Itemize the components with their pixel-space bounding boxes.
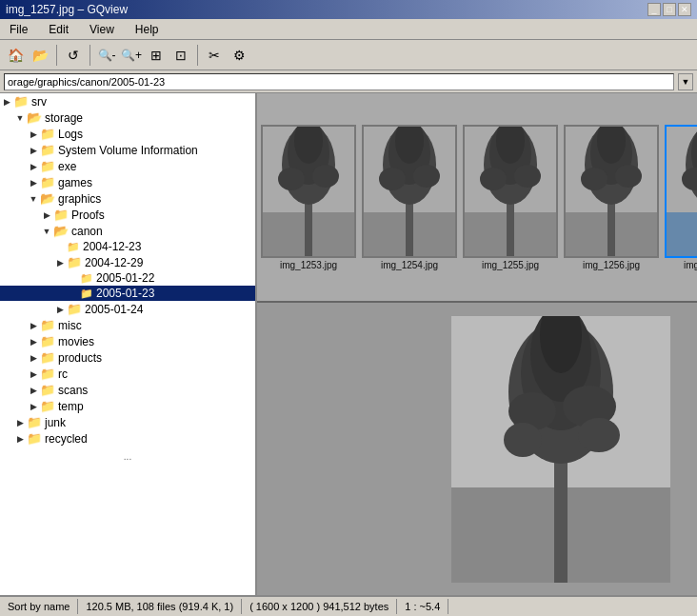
expand-arrow-exe[interactable]: ▶ [27, 162, 40, 171]
zoom-out-btn[interactable]: 🔍- [95, 44, 118, 67]
svg-point-23 [514, 165, 541, 188]
minimize-btn[interactable]: _ [647, 3, 661, 16]
thumb-item-1[interactable]: img_1254.jpg [362, 125, 457, 270]
folder-icon-d2004-12-29: 📁 [67, 255, 82, 269]
svg-rect-51 [554, 459, 568, 583]
expand-arrow-srv[interactable]: ▶ [0, 97, 13, 107]
expand-arrow-sysinfo[interactable]: ▶ [27, 146, 40, 155]
menu-edit[interactable]: Edit [43, 21, 74, 38]
svg-point-7 [312, 165, 339, 188]
tree-label-recycled: recycled [45, 432, 88, 446]
tree-item-canon[interactable]: ▼📂canon [0, 223, 255, 239]
tree-item-d2004-12-29[interactable]: ▶📁2004-12-29 [0, 254, 255, 270]
toolbar: 🏠 📂 ↺ 🔍- 🔍+ ⊞ ⊡ ✂ ⚙ [0, 40, 697, 70]
thumb-image-3 [564, 125, 659, 258]
expand-arrow-d2005-01-24[interactable]: ▶ [53, 305, 67, 314]
zoom-fit-btn[interactable]: ⊞ [145, 44, 168, 67]
thumb-item-3[interactable]: img_1256.jpg [564, 125, 659, 270]
tree-item-logs[interactable]: ▶📁Logs [0, 126, 255, 142]
expand-arrow-logs[interactable]: ▶ [27, 129, 40, 139]
status-dims: ( 1600 x 1200 ) 941,512 bytes [242, 599, 397, 614]
main-area: ▶📁srv▼📂storage▶📁Logs▶📁System Volume Info… [0, 93, 697, 595]
tree-label-srv: srv [31, 95, 47, 109]
address-input[interactable] [4, 73, 674, 90]
svg-rect-2 [305, 198, 312, 256]
tree-item-storage[interactable]: ▼📂storage [0, 109, 255, 126]
zoom-in-btn[interactable]: 🔍+ [120, 44, 143, 67]
svg-point-14 [379, 168, 406, 190]
expand-arrow-scans[interactable]: ▶ [27, 386, 40, 395]
tree-item-graphics[interactable]: ▼📂graphics [0, 190, 255, 207]
tree-item-sysinfo[interactable]: ▶📁System Volume Information [0, 142, 255, 158]
tree-item-games[interactable]: ▶📁games [0, 174, 255, 190]
tree-item-d2005-01-24[interactable]: ▶📁2005-01-24 [0, 301, 255, 317]
menubar: File Edit View Help [0, 19, 697, 40]
menu-view[interactable]: View [84, 21, 120, 38]
folder-open-btn[interactable]: 📂 [29, 44, 51, 67]
close-btn[interactable]: ✕ [678, 3, 691, 16]
menu-help[interactable]: Help [129, 21, 165, 38]
expand-arrow-junk[interactable]: ▶ [13, 418, 27, 427]
tools-btn[interactable]: ✂ [203, 44, 226, 67]
tree-label-d2004-12-23: 2004-12-23 [83, 240, 141, 253]
folder-icon-d2005-01-24: 📁 [67, 302, 82, 316]
expand-arrow-graphics[interactable]: ▼ [27, 194, 40, 204]
right-panel: img_1253.jpg img_1254.jpg img_1255.jpg i… [257, 93, 697, 595]
thumb-image-4 [665, 125, 697, 258]
thumb-item-0[interactable]: img_1253.jpg [261, 125, 356, 270]
tree-label-d2004-12-29: 2004-12-29 [85, 256, 143, 269]
tree-item-misc[interactable]: ▶📁misc [0, 317, 255, 333]
refresh-btn[interactable]: ↺ [62, 44, 85, 67]
tree-item-temp[interactable]: ▶📁temp [0, 398, 255, 414]
folder-icon-logs: 📁 [40, 127, 55, 141]
folder-icon-products: 📁 [40, 350, 55, 365]
tree-item-rc[interactable]: ▶📁rc [0, 366, 255, 382]
expand-arrow-movies[interactable]: ▶ [27, 337, 40, 347]
tree-item-proofs[interactable]: ▶📁Proofs [0, 207, 255, 223]
folder-icon-d2005-01-23: 📁 [80, 288, 93, 300]
folder-icon-canon: 📂 [53, 224, 69, 238]
toolbar-sep-1 [56, 45, 57, 66]
folder-icon-storage: 📂 [27, 110, 42, 125]
address-arrow[interactable]: ▼ [678, 73, 693, 90]
tree-item-d2004-12-23[interactable]: 📁2004-12-23 [0, 239, 255, 254]
svg-rect-26 [607, 198, 615, 256]
tree-item-products[interactable]: ▶📁products [0, 349, 255, 366]
expand-arrow-products[interactable]: ▶ [27, 353, 40, 363]
thumb-item-2[interactable]: img_1255.jpg [463, 125, 558, 270]
tree-item-junk[interactable]: ▶📁junk [0, 414, 255, 430]
toolbar-sep-3 [197, 45, 198, 66]
tree-item-srv[interactable]: ▶📁srv [0, 93, 255, 109]
thumb-container: img_1253.jpg img_1254.jpg img_1255.jpg i… [261, 125, 697, 270]
folder-icon-sysinfo: 📁 [40, 143, 55, 157]
expand-arrow-rc[interactable]: ▶ [27, 369, 40, 379]
tree-item-scans[interactable]: ▶📁scans [0, 382, 255, 398]
tree-label-movies: movies [58, 335, 94, 348]
titlebar-buttons: _ □ ✕ [647, 3, 691, 16]
expand-arrow-temp[interactable]: ▶ [27, 402, 40, 411]
main-image [451, 316, 670, 583]
expand-arrow-proofs[interactable]: ▶ [40, 210, 53, 220]
tree-item-d2005-01-23[interactable]: 📁2005-01-23 [0, 286, 255, 301]
zoom-orig-btn[interactable]: ⊡ [169, 44, 192, 67]
svg-rect-18 [507, 198, 514, 256]
maximize-btn[interactable]: □ [663, 3, 676, 16]
folder-icon-d2005-01-22: 📁 [80, 272, 93, 285]
prefs-btn[interactable]: ⚙ [228, 44, 250, 67]
tree-item-d2005-01-22[interactable]: 📁2005-01-22 [0, 270, 255, 286]
tree-label-junk: junk [45, 416, 66, 429]
expand-arrow-misc[interactable]: ▶ [27, 321, 40, 330]
menu-file[interactable]: File [4, 21, 33, 38]
tree-item-exe[interactable]: ▶📁exe [0, 158, 255, 174]
expand-arrow-storage[interactable]: ▼ [13, 113, 27, 123]
main-image-view[interactable]: Sort Manager Collections ▼ Add image Add… [257, 303, 697, 595]
expand-arrow-d2004-12-29[interactable]: ▶ [53, 258, 67, 268]
expand-arrow-games[interactable]: ▶ [27, 178, 40, 188]
tree-item-movies[interactable]: ▶📁movies [0, 333, 255, 349]
thumb-item-4[interactable]: img_1257.jpg [665, 125, 697, 270]
home-btn[interactable]: 🏠 [4, 44, 27, 67]
expand-arrow-recycled[interactable]: ▶ [13, 434, 27, 444]
addressbar: ▼ [0, 70, 697, 93]
expand-arrow-canon[interactable]: ▼ [40, 227, 53, 236]
tree-item-recycled[interactable]: ▶📁recycled [0, 430, 255, 447]
